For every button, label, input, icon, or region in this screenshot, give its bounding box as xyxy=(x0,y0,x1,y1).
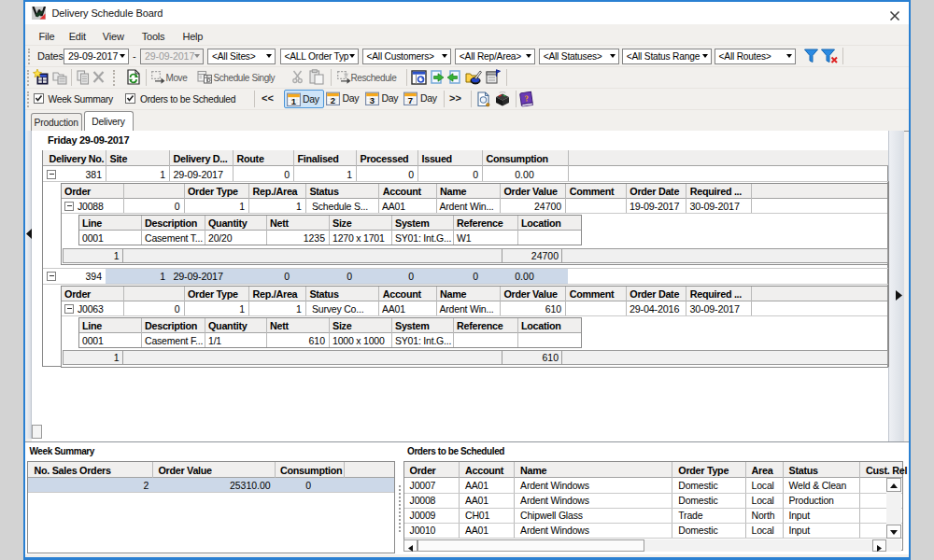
svg-text:3: 3 xyxy=(369,94,374,105)
svg-text:2: 2 xyxy=(330,94,334,105)
svg-text:1: 1 xyxy=(290,95,296,105)
svg-text:7: 7 xyxy=(408,94,413,105)
